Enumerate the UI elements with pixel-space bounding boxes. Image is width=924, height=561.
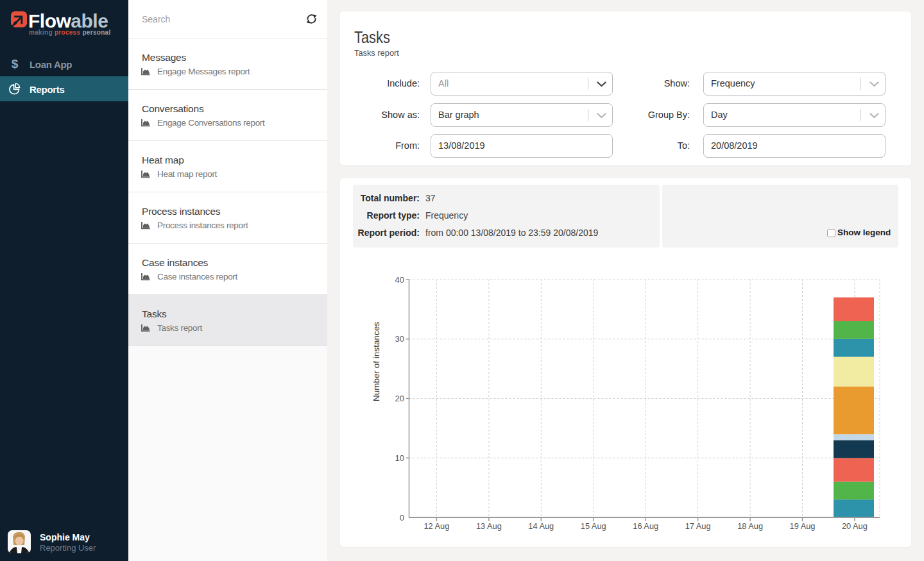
svg-text:15 Aug: 15 Aug bbox=[581, 521, 606, 531]
svg-text:20: 20 bbox=[395, 394, 404, 403]
svg-text:40: 40 bbox=[395, 275, 404, 285]
svg-text:0: 0 bbox=[400, 513, 404, 523]
svg-text:30: 30 bbox=[395, 334, 404, 344]
svg-text:13 Aug: 13 Aug bbox=[476, 521, 502, 531]
svg-text:10: 10 bbox=[395, 453, 404, 463]
svg-text:12 Aug: 12 Aug bbox=[424, 521, 449, 531]
svg-text:16 Aug: 16 Aug bbox=[633, 521, 658, 531]
svg-text:14 Aug: 14 Aug bbox=[528, 521, 554, 531]
svg-text:19 Aug: 19 Aug bbox=[790, 521, 816, 531]
svg-text:18 Aug: 18 Aug bbox=[737, 521, 763, 531]
svg-text:17 Aug: 17 Aug bbox=[685, 521, 711, 531]
svg-text:Number of instances: Number of instances bbox=[372, 322, 381, 401]
svg-text:20 Aug: 20 Aug bbox=[842, 521, 868, 531]
